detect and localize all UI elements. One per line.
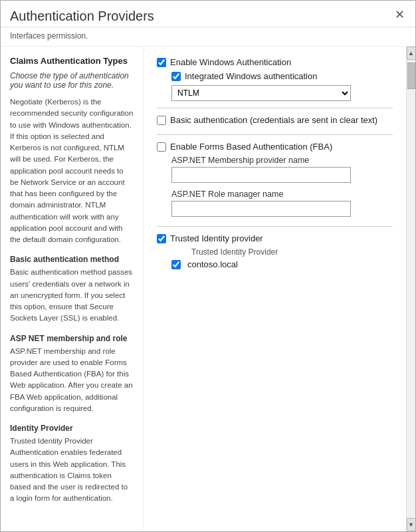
aspnet-section: ASP NET membership and role ASP.NET memb… <box>10 334 134 415</box>
windows-auth-indent: Integrated Windows authentication <box>171 71 393 81</box>
windows-auth-block: Enable Windows Authentication Integrated… <box>157 57 393 125</box>
basic-auth-section: Basic authentication method Basic authen… <box>10 255 134 324</box>
trusted-table: Trusted Identity Provider contoso.local <box>171 247 393 269</box>
fba-row: Enable Forms Based Authentication (FBA) <box>157 142 393 152</box>
contoso-checkbox[interactable] <box>171 260 181 269</box>
aspnet-title: ASP NET membership and role <box>10 334 134 343</box>
trusted-identity-label[interactable]: Trusted Identity provider <box>170 233 263 243</box>
negotiate-section: Negotiate (Kerberos) is the recommended … <box>10 96 134 245</box>
fba-fields: ASP.NET Membership provider name ASP.NET… <box>171 156 393 217</box>
membership-label: ASP.NET Membership provider name <box>171 156 393 165</box>
trusted-identity-checkbox[interactable] <box>157 234 166 243</box>
scrollbar-track: ▲ ▼ <box>406 47 415 531</box>
fba-checkbox[interactable] <box>157 142 166 152</box>
ntlm-select[interactable]: NTLM Negotiate (Kerberos) <box>171 85 351 101</box>
identity-section: Identity Provider Trusted Identity Provi… <box>10 424 134 505</box>
identity-title: Identity Provider <box>10 424 134 433</box>
scroll-up-arrow: ▲ <box>408 50 414 57</box>
trusted-identity-row: Trusted Identity provider <box>157 233 393 243</box>
scroll-thumb[interactable] <box>407 63 415 89</box>
divider-3 <box>157 226 393 227</box>
basic-auth-row: Basic authentication (credentials are se… <box>157 115 393 125</box>
left-panel: Claims Authentication Types Choose the t… <box>1 47 144 531</box>
dialog-subtitle: Interfaces permission. <box>1 27 415 47</box>
ntlm-select-row: NTLM Negotiate (Kerberos) <box>171 85 393 101</box>
basic-auth-title: Basic authentication method <box>10 255 134 264</box>
integrated-windows-auth-row: Integrated Windows authentication <box>171 71 393 81</box>
basic-auth-checkbox[interactable] <box>157 116 166 125</box>
trusted-table-header: Trusted Identity Provider <box>191 247 393 257</box>
right-panel: Enable Windows Authentication Integrated… <box>144 47 406 531</box>
integrated-windows-auth-checkbox[interactable] <box>171 72 181 81</box>
dialog-title: Authentication Providers <box>10 9 154 24</box>
claims-auth-heading: Claims Authentication Types <box>10 56 134 66</box>
choose-label: Choose the type of authentication you wa… <box>10 71 134 90</box>
membership-input[interactable] <box>171 167 351 183</box>
basic-auth-text: Basic authentication method passes users… <box>10 267 134 324</box>
dialog-header: Authentication Providers ✕ <box>1 1 415 27</box>
scroll-up-button[interactable]: ▲ <box>407 47 416 60</box>
negotiate-text: Negotiate (Kerberos) is the recommended … <box>10 96 134 245</box>
basic-auth-label[interactable]: Basic authentication (credentials are se… <box>170 115 377 125</box>
authentication-providers-dialog: Authentication Providers ✕ Interfaces pe… <box>0 0 416 532</box>
role-label: ASP.NET Role manager name <box>171 190 393 199</box>
forms-auth-block: Enable Forms Based Authentication (FBA) … <box>157 142 393 217</box>
scroll-down-arrow: ▼ <box>408 521 414 528</box>
close-button[interactable]: ✕ <box>393 9 406 21</box>
dialog-body: Claims Authentication Types Choose the t… <box>1 47 415 531</box>
integrated-windows-auth-label[interactable]: Integrated Windows authentication <box>185 71 317 81</box>
identity-text: Trusted Identity Provider Authentication… <box>10 436 134 505</box>
role-input[interactable] <box>171 201 351 217</box>
aspnet-text: ASP.NET membership and role provider are… <box>10 346 134 415</box>
fba-label[interactable]: Enable Forms Based Authentication (FBA) <box>170 142 332 152</box>
trusted-provider-row: contoso.local <box>171 259 393 269</box>
scroll-down-button[interactable]: ▼ <box>407 518 416 531</box>
divider-2 <box>157 134 393 135</box>
divider-1 <box>157 108 393 108</box>
trusted-identity-block: Trusted Identity provider Trusted Identi… <box>157 233 393 269</box>
enable-windows-auth-checkbox[interactable] <box>157 58 166 67</box>
enable-windows-auth-row: Enable Windows Authentication <box>157 57 393 67</box>
enable-windows-auth-label[interactable]: Enable Windows Authentication <box>170 57 291 67</box>
contoso-label: contoso.local <box>187 259 238 269</box>
